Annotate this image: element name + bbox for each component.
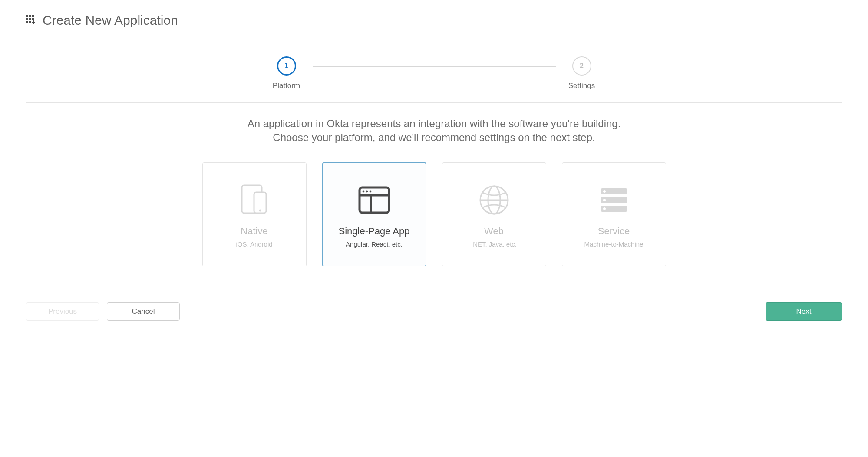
svg-rect-9 xyxy=(32,22,35,23)
svg-rect-6 xyxy=(26,21,28,23)
intro-text: An application in Okta represents an int… xyxy=(26,103,842,149)
svg-point-17 xyxy=(366,191,368,193)
svg-rect-1 xyxy=(29,15,31,17)
next-button[interactable]: Next xyxy=(766,302,842,321)
footer-left: Previous Cancel xyxy=(26,302,180,321)
globe-icon xyxy=(478,181,510,220)
platform-card-sub: .NET, Java, etc. xyxy=(471,240,517,248)
intro-line-2: Choose your platform, and we'll recommen… xyxy=(78,131,790,145)
servers-icon xyxy=(597,181,631,220)
previous-button[interactable]: Previous xyxy=(26,302,99,321)
platform-card-title: Service xyxy=(598,226,630,237)
svg-rect-5 xyxy=(32,18,34,20)
svg-rect-2 xyxy=(32,15,34,17)
page-header: Create New Application xyxy=(26,13,842,28)
intro-line-1: An application in Okta represents an int… xyxy=(78,117,790,131)
step-settings: 2 Settings xyxy=(556,56,608,90)
wizard-stepper: 1 Platform 2 Settings xyxy=(26,41,842,102)
platform-card-web[interactable]: Web .NET, Java, etc. xyxy=(442,162,546,266)
platform-card-sub: Angular, React, etc. xyxy=(346,240,403,248)
svg-point-25 xyxy=(603,190,606,193)
page-title: Create New Application xyxy=(43,13,178,28)
platform-card-title: Web xyxy=(484,226,504,237)
step-label-2: Settings xyxy=(568,82,595,90)
step-platform: 1 Platform xyxy=(261,56,313,90)
step-circle-1: 1 xyxy=(277,56,296,76)
platform-card-native[interactable]: Native iOS, Android xyxy=(202,162,307,266)
svg-rect-0 xyxy=(26,15,28,17)
svg-point-12 xyxy=(259,210,261,212)
platform-card-list: Native iOS, Android Single-Page App Angu… xyxy=(26,149,842,293)
step-connector xyxy=(313,66,556,67)
svg-rect-7 xyxy=(29,21,31,23)
devices-icon xyxy=(235,181,274,220)
svg-rect-3 xyxy=(26,18,28,20)
cancel-button[interactable]: Cancel xyxy=(107,302,180,321)
platform-card-sub: Machine-to-Machine xyxy=(584,240,644,248)
svg-point-26 xyxy=(603,199,606,201)
svg-rect-4 xyxy=(29,18,31,20)
svg-point-27 xyxy=(603,207,606,210)
platform-card-title: Native xyxy=(241,226,267,237)
svg-point-16 xyxy=(362,191,364,193)
platform-card-service[interactable]: Service Machine-to-Machine xyxy=(562,162,666,266)
platform-card-sub: iOS, Android xyxy=(236,240,272,248)
step-label-1: Platform xyxy=(273,82,300,90)
app-add-icon xyxy=(26,15,37,26)
browser-icon xyxy=(357,181,392,220)
platform-card-title: Single-Page App xyxy=(339,226,410,237)
step-circle-2: 2 xyxy=(572,56,591,76)
wizard-footer: Previous Cancel Next xyxy=(26,293,842,325)
platform-card-spa[interactable]: Single-Page App Angular, React, etc. xyxy=(322,162,426,266)
svg-point-18 xyxy=(369,191,371,193)
